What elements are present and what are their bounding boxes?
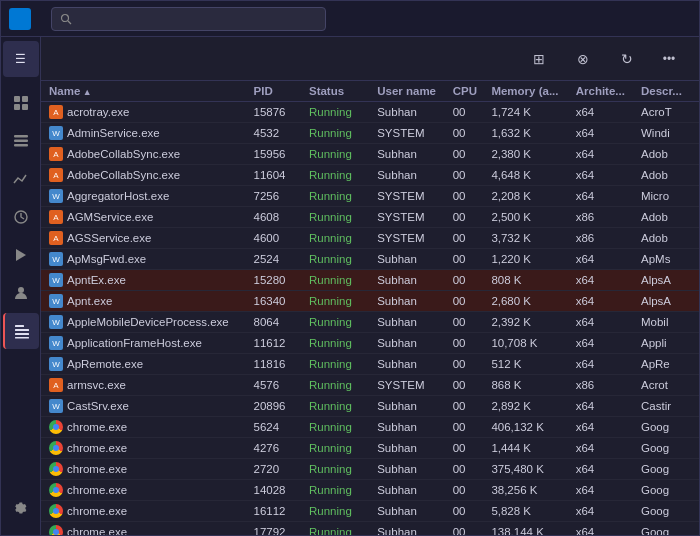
col-header-memory[interactable]: Memory (a...: [485, 81, 569, 102]
process-memory: 1,220 K: [485, 249, 569, 270]
table-row[interactable]: WApntEx.exe 15280 Running Subhan 00 808 …: [41, 270, 699, 291]
task-manager-window: ☰: [0, 0, 700, 536]
sidebar-item-users[interactable]: [3, 275, 39, 311]
process-pid: 11612: [248, 333, 303, 354]
process-desc: Adob: [635, 144, 699, 165]
table-row[interactable]: AAGSService.exe 4600 Running SYSTEM 00 3…: [41, 228, 699, 249]
process-user: SYSTEM: [371, 123, 447, 144]
table-row[interactable]: WApRemote.exe 11816 Running Subhan 00 51…: [41, 354, 699, 375]
process-cpu: 00: [447, 438, 486, 459]
process-desc: AlpsA: [635, 291, 699, 312]
table-row[interactable]: Aacrotray.exe 15876 Running Subhan 00 1,…: [41, 102, 699, 123]
process-cpu: 00: [447, 228, 486, 249]
history-icon: [13, 209, 29, 225]
restart-task-button[interactable]: ↻: [611, 47, 647, 71]
table-row[interactable]: WApplicationFrameHost.exe 11612 Running …: [41, 333, 699, 354]
main-area: ☰: [1, 37, 699, 535]
startup-icon: [13, 247, 29, 263]
end-task-button[interactable]: ⊗: [567, 47, 603, 71]
sidebar-item-settings[interactable]: [3, 491, 39, 527]
process-status: Running: [303, 207, 371, 228]
process-pid: 11604: [248, 165, 303, 186]
maximize-button[interactable]: [619, 1, 655, 37]
process-arch: x64: [570, 102, 635, 123]
process-cpu: 00: [447, 333, 486, 354]
col-header-name[interactable]: Name: [41, 81, 248, 102]
process-arch: x64: [570, 459, 635, 480]
svg-rect-15: [15, 337, 29, 339]
process-cpu: 00: [447, 270, 486, 291]
search-box[interactable]: [51, 7, 326, 31]
process-table-container[interactable]: Name PID Status User name CPU Memory (a.…: [41, 81, 699, 535]
process-cpu: 00: [447, 165, 486, 186]
table-row[interactable]: WApMsgFwd.exe 2524 Running Subhan 00 1,2…: [41, 249, 699, 270]
process-arch: x64: [570, 417, 635, 438]
process-desc: Micro: [635, 186, 699, 207]
process-status: Running: [303, 417, 371, 438]
sidebar-item-processes[interactable]: [3, 123, 39, 159]
dashboard-icon: [13, 95, 29, 111]
sidebar-item-hamburger[interactable]: ☰: [3, 41, 39, 77]
sidebar-item-details[interactable]: [3, 313, 39, 349]
sidebar-item-history[interactable]: [3, 199, 39, 235]
close-button[interactable]: [655, 1, 691, 37]
col-header-pid[interactable]: PID: [248, 81, 303, 102]
hamburger-icon: ☰: [15, 52, 26, 66]
process-icon: W: [49, 315, 63, 329]
process-arch: x86: [570, 375, 635, 396]
details-icon: [14, 323, 30, 339]
table-row[interactable]: chrome.exe 5624 Running Subhan 00 406,13…: [41, 417, 699, 438]
process-memory: 4,648 K: [485, 165, 569, 186]
col-header-cpu[interactable]: CPU: [447, 81, 486, 102]
process-arch: x64: [570, 396, 635, 417]
process-desc: Goog: [635, 522, 699, 536]
sidebar-item-performance[interactable]: [3, 161, 39, 197]
process-name: AAGSService.exe: [41, 228, 248, 249]
minimize-button[interactable]: [583, 1, 619, 37]
process-desc: Mobil: [635, 312, 699, 333]
process-memory: 2,500 K: [485, 207, 569, 228]
col-header-user[interactable]: User name: [371, 81, 447, 102]
process-cpu: 00: [447, 291, 486, 312]
table-row[interactable]: chrome.exe 14028 Running Subhan 00 38,25…: [41, 480, 699, 501]
process-pid: 2524: [248, 249, 303, 270]
table-row[interactable]: AAGMService.exe 4608 Running SYSTEM 00 2…: [41, 207, 699, 228]
table-row[interactable]: WAppleMobileDeviceProcess.exe 8064 Runni…: [41, 312, 699, 333]
svg-line-1: [68, 21, 71, 24]
col-header-status[interactable]: Status: [303, 81, 371, 102]
table-row[interactable]: chrome.exe 16112 Running Subhan 00 5,828…: [41, 501, 699, 522]
sidebar-item-dashboard[interactable]: [3, 85, 39, 121]
svg-rect-13: [15, 329, 29, 331]
table-row[interactable]: Aarmsvc.exe 4576 Running SYSTEM 00 868 K…: [41, 375, 699, 396]
table-row[interactable]: chrome.exe 17792 Running Subhan 00 138,1…: [41, 522, 699, 536]
table-body: Aacrotray.exe 15876 Running Subhan 00 1,…: [41, 102, 699, 536]
more-options-button[interactable]: •••: [655, 45, 683, 73]
table-row[interactable]: AAdobeCollabSync.exe 11604 Running Subha…: [41, 165, 699, 186]
process-arch: x64: [570, 123, 635, 144]
process-name: WApRemote.exe: [41, 354, 248, 375]
sidebar-item-startup[interactable]: [3, 237, 39, 273]
process-arch: x64: [570, 438, 635, 459]
process-status: Running: [303, 228, 371, 249]
process-memory: 2,380 K: [485, 144, 569, 165]
process-arch: x64: [570, 501, 635, 522]
table-row[interactable]: WApnt.exe 16340 Running Subhan 00 2,680 …: [41, 291, 699, 312]
table-row[interactable]: WAdminService.exe 4532 Running SYSTEM 00…: [41, 123, 699, 144]
process-memory: 2,680 K: [485, 291, 569, 312]
col-header-desc[interactable]: Descr...: [635, 81, 699, 102]
process-icon: [49, 462, 63, 476]
table-row[interactable]: chrome.exe 2720 Running Subhan 00 375,48…: [41, 459, 699, 480]
run-new-task-button[interactable]: ⊞: [523, 47, 559, 71]
process-desc: Goog: [635, 417, 699, 438]
process-pid: 4600: [248, 228, 303, 249]
table-row[interactable]: WCastSrv.exe 20896 Running Subhan 00 2,8…: [41, 396, 699, 417]
app-logo: [9, 8, 31, 30]
process-icon: W: [49, 252, 63, 266]
table-row[interactable]: chrome.exe 4276 Running Subhan 00 1,444 …: [41, 438, 699, 459]
process-name: WAppleMobileDeviceProcess.exe: [41, 312, 248, 333]
process-name: AAGMService.exe: [41, 207, 248, 228]
process-cpu: 00: [447, 144, 486, 165]
col-header-arch[interactable]: Archite...: [570, 81, 635, 102]
table-row[interactable]: WAggregatorHost.exe 7256 Running SYSTEM …: [41, 186, 699, 207]
table-row[interactable]: AAdobeCollabSync.exe 15956 Running Subha…: [41, 144, 699, 165]
